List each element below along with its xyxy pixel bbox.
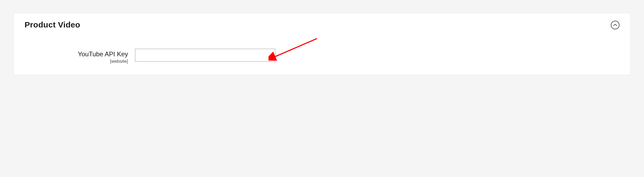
field-scope: [website] xyxy=(25,59,128,64)
youtube-api-key-input[interactable] xyxy=(135,49,275,62)
panel-header: Product Video xyxy=(25,20,619,29)
collapse-toggle[interactable] xyxy=(611,21,619,29)
youtube-api-key-row: YouTube API Key [website] xyxy=(25,49,619,64)
product-video-panel: Product Video YouTube API Key [website] xyxy=(13,13,631,75)
label-column: YouTube API Key [website] xyxy=(25,49,135,64)
input-column xyxy=(135,49,275,62)
panel-title: Product Video xyxy=(25,20,80,29)
chevron-up-icon xyxy=(613,24,617,26)
youtube-api-key-label: YouTube API Key xyxy=(25,50,128,58)
